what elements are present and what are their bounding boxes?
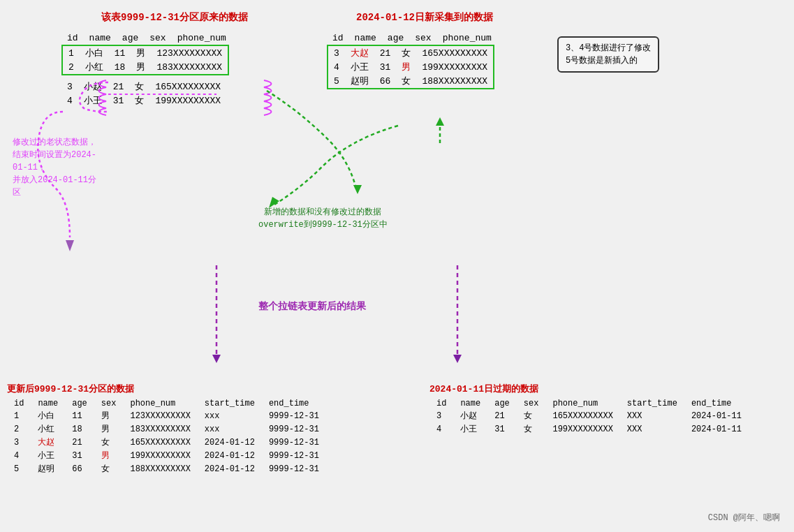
table-row: 5 赵明 66 女 188XXXXXXXXX 2024-01-12 9999-1… bbox=[7, 462, 326, 475]
bottom-right-table: id name age sex phone_num start_time end… bbox=[429, 398, 749, 436]
top-left-rows-34: 3 小赵 21 女 165XXXXXXXXX 4 小王 31 女 199XXXX… bbox=[61, 80, 226, 108]
watermark: CSDN @阿年、嗯啊 bbox=[708, 512, 780, 524]
table-row: 5 赵明 66 女 188XXXXXXXXX bbox=[328, 74, 493, 88]
top-left-table-area: id name age sex phone_num 1 小白 11 男 123X… bbox=[61, 32, 232, 108]
bottom-right-title: 2024-01-11日过期的数据 bbox=[429, 383, 749, 395]
table-row: 4 小王 31 男 199XXXXXXXXX 2024-01-12 9999-1… bbox=[7, 449, 326, 462]
col-name: name bbox=[84, 32, 117, 44]
main-container: 该表9999-12-31分区原来的数据 2024-01-12日新采集到的数据 i… bbox=[0, 0, 794, 532]
label-result: 整个拉链表更新后的结果 bbox=[258, 300, 366, 313]
title1: 该表9999-12-31分区原来的数据 bbox=[101, 11, 248, 24]
bottom-left-table: id name age sex phone_num start_time end… bbox=[7, 398, 326, 475]
col-age: age bbox=[117, 32, 144, 44]
svg-marker-0 bbox=[66, 240, 74, 251]
table-row: 2 小红 18 男 183XXXXXXXXX xxx 9999-12-31 bbox=[7, 422, 326, 436]
bottom-left-title: 更新后9999-12-31分区的数据 bbox=[7, 383, 326, 395]
svg-marker-4 bbox=[453, 355, 462, 363]
annotation-box: 3、4号数据进行了修改 5号数据是新插入的 bbox=[557, 36, 659, 73]
green-border-right: 3 大赵 21 女 165XXXXXXXXX 4 小王 31 男 199XXXX… bbox=[327, 45, 494, 89]
table-row: 4 小王 31 男 199XXXXXXXXX bbox=[328, 60, 493, 74]
table-row: 3 小赵 21 女 165XXXXXXXXX XXX 2024-01-11 bbox=[429, 409, 749, 422]
bottom-right-area: 2024-01-11日过期的数据 id name age sex phone_n… bbox=[429, 383, 749, 436]
table-row: 3 小赵 21 女 165XXXXXXXXX bbox=[61, 80, 226, 94]
table-header-row: id name age sex phone_num bbox=[61, 32, 232, 44]
green-border-top: 1 小白 11 男 123XXXXXXXXX 2 小红 18 男 183XXXX… bbox=[61, 45, 229, 75]
top-right-header: id name age sex phone_num bbox=[327, 32, 497, 44]
top-left-rows-12: 1 小白 11 男 123XXXXXXXXX 2 小红 18 男 183XXXX… bbox=[63, 46, 228, 74]
table-row: 4 小王 31 女 199XXXXXXXXX XXX 2024-01-11 bbox=[429, 422, 749, 436]
top-right-rows: 3 大赵 21 女 165XXXXXXXXX 4 小王 31 男 199XXXX… bbox=[328, 46, 493, 88]
top-left-table: id name age sex phone_num bbox=[61, 32, 232, 44]
col-phone: phone_num bbox=[172, 32, 232, 44]
table-row: 2 小红 18 男 183XXXXXXXXX bbox=[63, 60, 228, 74]
col-sex: sex bbox=[144, 32, 171, 44]
top-right-table-area: id name age sex phone_num 3 大赵 21 女 165X… bbox=[327, 32, 497, 93]
svg-marker-5 bbox=[353, 185, 362, 194]
table-row: 1 小白 11 男 123XXXXXXXXX xxx 9999-12-31 bbox=[7, 409, 326, 422]
bottom-right-header-row: id name age sex phone_num start_time end… bbox=[429, 398, 749, 409]
title2: 2024-01-12日新采集到的数据 bbox=[356, 11, 493, 24]
label-old-modified: 修改过的老状态数据，结束时间设置为2024-01-11，并放入2024-01-1… bbox=[13, 136, 103, 199]
table-row: 3 大赵 21 女 165XXXXXXXXX bbox=[328, 46, 493, 60]
col-id: id bbox=[61, 32, 84, 44]
table-header-row: id name age sex phone_num bbox=[327, 32, 497, 44]
table-row: 3 大赵 21 女 165XXXXXXXXX 2024-01-12 9999-1… bbox=[7, 436, 326, 449]
bottom-left-area: 更新后9999-12-31分区的数据 id name age sex phone… bbox=[7, 383, 326, 475]
table-row: 1 小白 11 男 123XXXXXXXXX bbox=[63, 46, 228, 60]
svg-marker-3 bbox=[212, 355, 221, 363]
label-new-overwrite: 新增的数据和没有修改过的数据overwrite到9999-12-31分区中 bbox=[258, 206, 388, 231]
table-row: 4 小王 31 女 199XXXXXXXXX bbox=[61, 94, 226, 108]
bottom-header-row: id name age sex phone_num start_time end… bbox=[7, 398, 326, 409]
svg-marker-2 bbox=[436, 117, 444, 126]
